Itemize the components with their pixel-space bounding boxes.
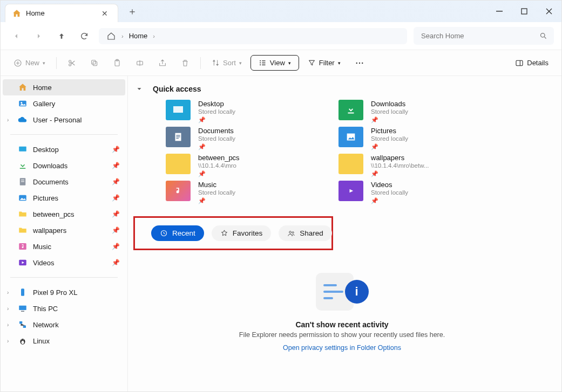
desktop-icon <box>172 104 185 116</box>
cut-button[interactable] <box>62 56 82 71</box>
sidebar-item-onedrive[interactable]: › User - Personal <box>3 112 125 128</box>
video-icon <box>18 258 28 267</box>
sidebar-item-desktop[interactable]: Desktop📌 <box>3 141 125 157</box>
chevron-right-icon[interactable]: › <box>7 117 9 123</box>
quick-item-desktop[interactable]: DesktopStored locally📌 <box>166 100 317 123</box>
forward-button[interactable] <box>31 28 47 44</box>
chevron-down-icon: ▾ <box>239 60 242 66</box>
filter-label: Filter <box>319 59 335 67</box>
quick-item-downloads[interactable]: DownloadsStored locally📌 <box>338 100 490 123</box>
rename-button[interactable] <box>130 56 150 71</box>
search-input[interactable] <box>420 31 535 40</box>
sidebar-item-linux[interactable]: ›Linux <box>3 333 125 349</box>
refresh-button[interactable] <box>76 28 92 44</box>
pin-icon: 📌 <box>198 116 235 123</box>
share-button[interactable] <box>153 56 172 71</box>
section-quick-access[interactable]: Quick access <box>132 81 552 100</box>
sidebar-item-betweenpcs[interactable]: between_pcs📌 <box>3 206 125 222</box>
chevron-down-icon: ▾ <box>338 60 341 66</box>
quick-item-pictures[interactable]: PicturesStored locally📌 <box>338 127 490 150</box>
details-pane-button[interactable]: Details <box>510 56 554 71</box>
sidebar-item-gallery[interactable]: Gallery <box>3 95 125 112</box>
svg-rect-1 <box>522 9 527 14</box>
item-name: Desktop <box>198 100 235 108</box>
sidebar-item-downloads[interactable]: Downloads📌 <box>3 157 125 174</box>
search-icon <box>539 32 547 40</box>
sort-button[interactable]: Sort ▾ <box>206 56 247 70</box>
chevron-right-icon[interactable]: › <box>7 290 9 295</box>
chevron-right-icon: › <box>121 33 124 39</box>
item-sub: \\10.1.4.4\mro <box>198 162 240 169</box>
close-window-button[interactable] <box>537 1 561 22</box>
tab-recent[interactable]: Recent <box>151 225 204 241</box>
back-button[interactable] <box>8 28 24 44</box>
sidebar-item-home[interactable]: Home <box>3 79 125 95</box>
sidebar-item-label: Pictures <box>33 194 58 202</box>
sidebar-item-music[interactable]: Music📌 <box>3 238 125 255</box>
recent-tabs-highlight: Recent Favorites Shared <box>133 216 333 250</box>
item-name: Documents <box>198 127 235 135</box>
tab-label: Shared <box>300 229 323 237</box>
new-button[interactable]: New ▾ <box>8 56 51 71</box>
search-box[interactable] <box>414 27 554 45</box>
pin-icon: 📌 <box>198 197 235 204</box>
maximize-button[interactable] <box>512 1 537 22</box>
sort-label: Sort <box>223 59 236 67</box>
chevron-right-icon[interactable]: › <box>7 306 9 312</box>
svg-rect-30 <box>19 321 22 324</box>
rename-icon <box>136 59 144 67</box>
pin-icon: 📌 <box>112 162 120 169</box>
more-button[interactable] <box>349 55 370 71</box>
item-name: between_pcs <box>198 154 240 162</box>
sidebar-item-wallpapers[interactable]: wallpapers📌 <box>3 222 125 238</box>
svg-rect-39 <box>176 136 180 137</box>
minimize-button[interactable] <box>487 1 512 22</box>
pin-icon: 📌 <box>112 226 120 234</box>
svg-point-12 <box>260 63 261 64</box>
sidebar-item-pixel[interactable]: ›Pixel 9 Pro XL <box>3 284 125 300</box>
sidebar-item-label: Linux <box>33 337 50 345</box>
delete-button[interactable] <box>175 56 195 71</box>
window-tab[interactable]: Home ✕ <box>5 4 118 22</box>
pin-icon: 📌 <box>198 170 240 177</box>
home-icon <box>106 31 116 41</box>
quick-item-documents[interactable]: DocumentsStored locally📌 <box>166 127 317 150</box>
sidebar-item-network[interactable]: ›Network <box>3 317 125 333</box>
file-explorer-window: Home ✕ ＋ › Home › New ▾ <box>0 0 562 392</box>
privacy-settings-link[interactable]: Open privacy settings in Folder Options <box>132 344 552 352</box>
breadcrumb-home[interactable]: Home <box>129 32 148 40</box>
tab-favorites[interactable]: Favorites <box>212 225 272 241</box>
gallery-icon <box>18 99 28 108</box>
view-button[interactable]: View ▾ <box>250 55 299 71</box>
toolbar: New ▾ Sort ▾ View ▾ Filter ▾ <box>1 50 561 76</box>
sidebar-item-label: Documents <box>33 178 69 186</box>
sidebar-item-thispc[interactable]: ›This PC <box>3 300 125 317</box>
sidebar-item-pictures[interactable]: Pictures📌 <box>3 190 125 206</box>
chevron-right-icon[interactable]: › <box>7 322 9 328</box>
breadcrumb[interactable]: › Home › <box>99 28 407 44</box>
pin-icon: 📌 <box>198 143 235 150</box>
content-pane: Quick access DesktopStored locally📌 Down… <box>128 76 561 391</box>
quick-item-wallpapers[interactable]: wallpapers\\10.1.4.4\mro\betw...📌 <box>338 154 490 177</box>
empty-illustration: i <box>316 273 369 311</box>
empty-title: Can't show recent activity <box>132 320 552 329</box>
chevron-right-icon[interactable]: › <box>7 338 9 344</box>
filter-button[interactable]: Filter ▾ <box>302 56 346 70</box>
document-icon <box>172 131 184 143</box>
paste-button[interactable] <box>107 56 127 71</box>
sidebar-item-documents[interactable]: Documents📌 <box>3 174 125 190</box>
quick-item-videos[interactable]: VideosStored locally📌 <box>338 181 490 204</box>
svg-point-13 <box>260 64 261 65</box>
new-label: New <box>25 59 39 67</box>
quick-item-music[interactable]: MusicStored locally📌 <box>166 181 317 204</box>
sidebar-item-videos[interactable]: Videos📌 <box>3 255 125 271</box>
home-icon <box>12 9 22 18</box>
copy-button[interactable] <box>85 56 104 71</box>
up-button[interactable] <box>53 28 70 44</box>
sidebar-item-label: Videos <box>33 259 55 267</box>
new-tab-button[interactable]: ＋ <box>124 3 141 20</box>
quick-item-betweenpcs[interactable]: between_pcs\\10.1.4.4\mro📌 <box>166 154 317 177</box>
close-tab-button[interactable]: ✕ <box>98 8 111 19</box>
svg-point-35 <box>23 340 24 341</box>
tab-shared[interactable]: Shared <box>279 225 332 241</box>
